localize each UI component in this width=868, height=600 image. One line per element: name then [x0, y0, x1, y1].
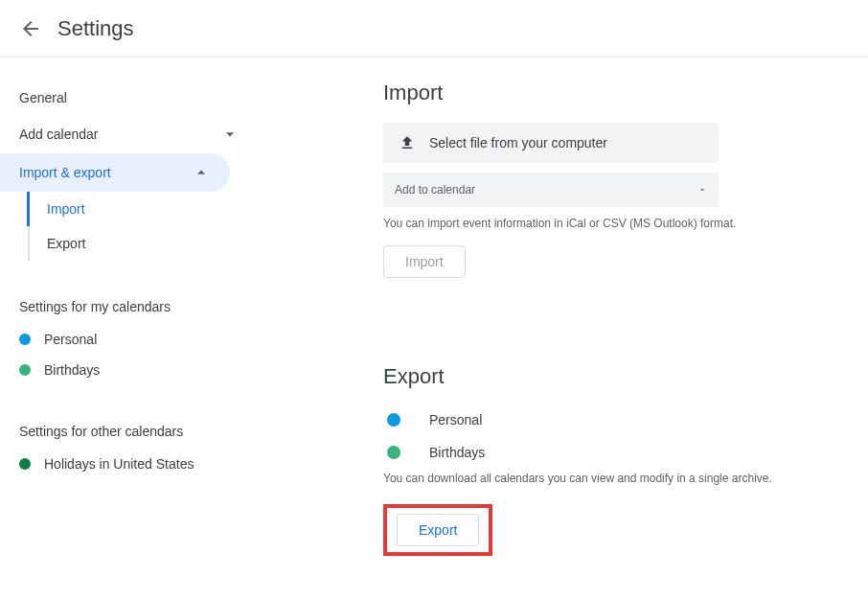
- dropdown-label: Add to calendar: [395, 183, 475, 196]
- export-button[interactable]: Export: [397, 514, 479, 546]
- back-arrow-icon[interactable]: [19, 17, 42, 40]
- sidebar-label: General: [19, 90, 67, 105]
- sidebar-sub-import[interactable]: Import: [27, 192, 268, 226]
- import-section-title: Import: [383, 81, 830, 105]
- content: General Add calendar Import & export Imp…: [0, 58, 868, 556]
- sidebar-label: Add calendar: [19, 127, 99, 142]
- export-help-text: You can download all calendars you can v…: [383, 472, 830, 485]
- sidebar-item-general[interactable]: General: [19, 81, 268, 115]
- sidebar: General Add calendar Import & export Imp…: [0, 81, 268, 556]
- export-section-title: Export: [383, 364, 830, 389]
- add-to-calendar-dropdown[interactable]: Add to calendar: [383, 173, 719, 207]
- chevron-up-icon: [192, 163, 211, 182]
- import-help-text: You can import event information in iCal…: [383, 217, 830, 230]
- calendar-dot-icon: [387, 446, 400, 459]
- sidebar-sub-label: Import: [47, 201, 85, 217]
- export-calendar-birthdays: Birthdays: [383, 439, 830, 466]
- sidebar-section-other-calendars: Settings for other calendars: [19, 414, 268, 449]
- upload-icon: [399, 134, 416, 151]
- chevron-down-icon: [220, 125, 240, 144]
- sidebar-sub-label: Export: [47, 236, 85, 251]
- calendar-label: Personal: [429, 412, 482, 427]
- calendar-dot-icon: [19, 364, 31, 376]
- calendar-dot-icon: [387, 413, 400, 427]
- sidebar-label: Import & export: [19, 165, 111, 180]
- sidebar-item-import-export[interactable]: Import & export: [0, 153, 230, 192]
- highlight-box: Export: [383, 504, 492, 556]
- main-panel: Import Select file from your computer Ad…: [268, 81, 868, 556]
- calendar-label: Personal: [44, 332, 97, 347]
- calendar-dot-icon: [19, 334, 31, 345]
- dropdown-arrow-icon: [697, 182, 707, 197]
- file-select-button[interactable]: Select file from your computer: [383, 123, 719, 163]
- sidebar-sub-export[interactable]: Export: [28, 226, 268, 261]
- header: Settings: [0, 0, 868, 58]
- sidebar-calendar-holidays[interactable]: Holidays in United States: [19, 449, 268, 479]
- sidebar-sub-import-export: Import Export: [25, 192, 268, 261]
- calendar-label: Holidays in United States: [44, 456, 194, 472]
- calendar-dot-icon: [19, 458, 31, 470]
- sidebar-item-add-calendar[interactable]: Add calendar: [19, 115, 268, 153]
- sidebar-section-my-calendars: Settings for my calendars: [19, 289, 268, 324]
- import-button[interactable]: Import: [383, 245, 466, 278]
- export-section: Export Personal Birthdays You can downlo…: [383, 364, 830, 556]
- calendar-label: Birthdays: [44, 362, 100, 378]
- calendar-label: Birthdays: [429, 445, 485, 460]
- export-calendar-personal: Personal: [383, 406, 830, 433]
- sidebar-calendar-birthdays[interactable]: Birthdays: [19, 355, 268, 385]
- sidebar-calendar-personal[interactable]: Personal: [19, 324, 268, 355]
- page-title: Settings: [57, 16, 134, 41]
- file-select-label: Select file from your computer: [429, 135, 607, 150]
